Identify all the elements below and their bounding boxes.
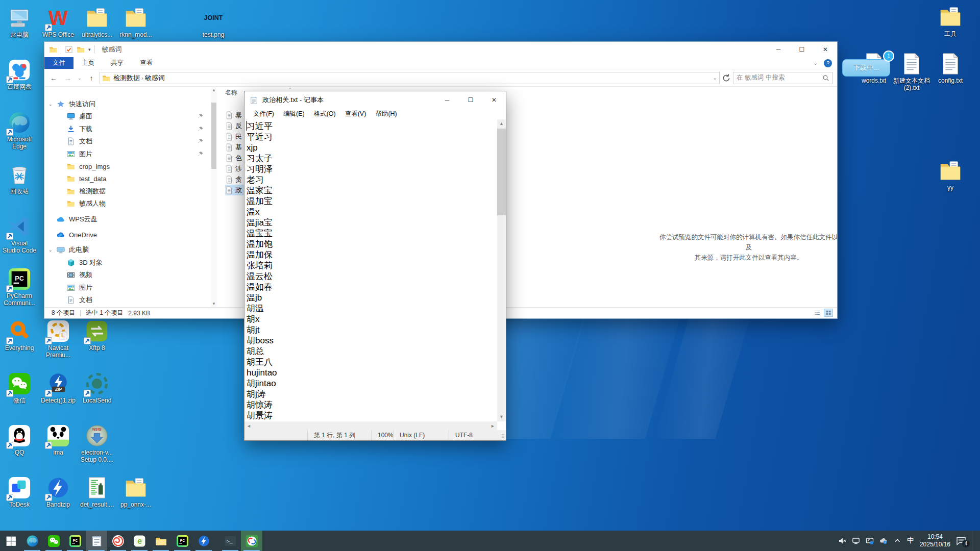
taskbar-pycharm-2-button[interactable]: PC <box>172 531 193 551</box>
search-box[interactable]: 在 敏感词 中搜索 <box>733 72 833 84</box>
tab-查看[interactable]: 查看 <box>132 57 161 69</box>
desktop-icon-pp-onnx[interactable]: pp_onnx-... <box>116 476 155 508</box>
taskbar-knot-app-button[interactable] <box>241 531 262 551</box>
taskbar-image-viewer-button[interactable] <box>107 531 129 551</box>
sidebar-item-桌面[interactable]: 桌面 <box>44 110 211 122</box>
close-button[interactable]: ✕ <box>482 91 506 109</box>
sidebar-item-test_data[interactable]: test_data <box>44 172 211 185</box>
notepad-vertical-scrollbar[interactable]: ▲ ▼ <box>497 119 506 421</box>
sidebar-item-检测数据[interactable]: 检测数据 <box>44 185 211 197</box>
scroll-left-icon[interactable]: ◄ <box>247 423 251 429</box>
close-button[interactable]: ✕ <box>814 42 837 57</box>
desktop-icon-wechat[interactable]: 微信 <box>0 372 39 404</box>
notepad-menubar[interactable]: 文件(F)编辑(E)格式(O)查看(V)帮助(H) <box>244 109 506 119</box>
taskbar-bandizip-button[interactable] <box>193 531 214 551</box>
taskbar[interactable]: PCePC>_ i中 10:54 2025/10/16 4 <box>0 531 980 551</box>
desktop-icon-yy-folder[interactable]: yy <box>931 159 970 191</box>
desktop-icon-detect-zip[interactable]: ZIPDetect()1.zip <box>39 372 78 404</box>
minimize-button[interactable]: ─ <box>767 42 790 57</box>
desktop-icon-tools-folder[interactable]: 工具 <box>931 5 970 37</box>
notepad-titlebar[interactable]: 政治相关.txt - 记事本 ─ ☐ ✕ <box>244 91 506 109</box>
desktop-icon-recycle-bin[interactable]: 回收站 <box>0 163 39 195</box>
quick-access-customize-chevron[interactable]: ▾ <box>88 47 91 52</box>
sidebar-item-图片[interactable]: 图片 <box>44 148 211 160</box>
chevron-down-icon[interactable]: ⌄ <box>48 247 53 253</box>
scrollbar-thumb[interactable] <box>497 129 506 215</box>
help-icon[interactable]: ? <box>824 59 832 67</box>
desktop-icon-new-text-doc[interactable]: 新建文本文档 (2).txt <box>892 52 931 91</box>
sidebar-item-敏感人物[interactable]: 敏感人物 <box>44 197 211 210</box>
chevron-down-icon[interactable]: ⌄ <box>48 102 53 107</box>
desktop-icon-xftp8[interactable]: Xftp 8 <box>78 319 116 352</box>
address-bar[interactable]: ← → ⌄ ↑ 检测数据 › 敏感词 ⌄ 在 敏感词 中搜索 <box>44 69 837 87</box>
recent-locations-chevron-icon[interactable]: ⌄ <box>76 76 83 81</box>
notepad-window[interactable]: 政治相关.txt - 记事本 ─ ☐ ✕ 文件(F)编辑(E)格式(O)查看(V… <box>244 91 506 441</box>
breadcrumb[interactable]: 检测数据 › 敏感词 ⌄ <box>100 72 720 84</box>
scroll-down-icon[interactable]: ▼ <box>497 413 506 421</box>
minimize-button[interactable]: ─ <box>435 91 459 109</box>
tray-expand-icon[interactable] <box>893 537 901 545</box>
thumbnail-view-toggle-icon[interactable] <box>824 309 833 317</box>
desktop-icon-config-txt[interactable]: config.txt <box>931 52 970 84</box>
show-desktop-button[interactable] <box>972 531 975 551</box>
address-dropdown-chevron-icon[interactable]: ⌄ <box>713 75 717 81</box>
desktop-icon-baidu-netdisk[interactable]: 百度网盘 <box>0 58 39 90</box>
taskbar-edge-button[interactable] <box>21 531 43 551</box>
desktop-icon-this-pc[interactable]: 此电脑 <box>0 6 39 38</box>
tray-cast-icon[interactable] <box>866 537 874 545</box>
desktop-icon-bandizip[interactable]: Bandizip <box>39 476 78 508</box>
taskbar-pycharm-button[interactable]: PC <box>64 531 86 551</box>
sidebar-item-3D 对象[interactable]: 3D 对象 <box>44 257 211 269</box>
tab-共享[interactable]: 共享 <box>103 57 132 69</box>
desktop-icon-localsend[interactable]: LocalSend <box>78 372 116 404</box>
desktop-icon-todesk[interactable]: ToDesk <box>0 476 39 508</box>
sidebar-item-文档[interactable]: 文档 <box>44 294 211 306</box>
notepad-text-area[interactable]: 习近平平近习xjp习太子习明泽老习温家宝温加宝温x温jia宝温宝宝温加饱温加保张… <box>244 119 497 421</box>
taskbar-start-button[interactable] <box>0 531 21 551</box>
sidebar-item-WPS云盘[interactable]: WPS云盘 <box>44 213 211 226</box>
maximize-button[interactable]: ☐ <box>790 42 814 57</box>
scrollbar-thumb[interactable] <box>211 103 216 169</box>
desktop-icon-det-result[interactable]: det_result.... <box>78 476 116 508</box>
breadcrumb-item[interactable]: 敏感词 <box>145 74 165 82</box>
menu-帮助(H)[interactable]: 帮助(H) <box>371 110 401 118</box>
taskbar-xftp-button[interactable]: e <box>129 531 150 551</box>
desktop-icon-electron-setup[interactable]: NSISelectron-v... Setup 0.0.... <box>78 424 116 463</box>
desktop-icon-ima[interactable]: ima <box>39 424 78 456</box>
desktop-icon-test-png[interactable]: JOINTtest.png <box>194 6 233 38</box>
tab-主页[interactable]: 主页 <box>74 57 103 69</box>
sidebar-item-下载[interactable]: 下载 <box>44 123 211 135</box>
sidebar-item-图片[interactable]: 图片 <box>44 282 211 294</box>
tray-volume-muted-icon[interactable] <box>838 537 846 545</box>
scroll-right-icon[interactable]: ► <box>491 423 495 429</box>
up-icon[interactable]: ↑ <box>85 74 97 82</box>
desktop-icon-rknn-mod[interactable]: rknn_mod... <box>116 6 155 38</box>
list-view-toggle-icon[interactable] <box>813 309 822 317</box>
sidebar-item-快速访问[interactable]: ⌄快速访问 <box>44 98 211 110</box>
sidebar-item-此电脑[interactable]: ⌄此电脑 <box>44 244 211 256</box>
menu-查看(V)[interactable]: 查看(V) <box>340 110 371 118</box>
ime-indicator[interactable]: 中 <box>907 536 914 545</box>
system-tray[interactable]: i中 10:54 2025/10/16 4 <box>838 531 980 551</box>
search-icon[interactable] <box>822 74 829 82</box>
notepad-horizontal-scrollbar[interactable]: ◄ ► <box>244 421 497 430</box>
download-progress-tooltip[interactable]: 下载中... <box>842 59 890 77</box>
column-header-name[interactable]: 名称 <box>225 88 237 97</box>
desktop-icon-qq[interactable]: QQ <box>0 424 39 456</box>
refresh-icon[interactable] <box>722 73 731 83</box>
taskbar-notepad-button[interactable] <box>86 531 107 551</box>
breadcrumb-item[interactable]: 检测数据 <box>113 74 140 82</box>
ribbon-collapse-chevron-icon[interactable]: ⌄ <box>814 60 818 66</box>
tray-network-icon[interactable] <box>852 537 860 545</box>
ribbon-tabs[interactable]: 文件主页共享查看 ⌄ ? <box>44 57 837 69</box>
sidebar-item-crop_imgs[interactable]: crop_imgs <box>44 160 211 172</box>
maximize-button[interactable]: ☐ <box>459 91 482 109</box>
scroll-up-icon[interactable]: ▲ <box>497 119 506 128</box>
desktop-icon-microsoft-edge[interactable]: Microsoft Edge <box>0 111 39 150</box>
scroll-down-icon[interactable]: ▼ <box>211 301 217 307</box>
menu-编辑(E)[interactable]: 编辑(E) <box>279 110 309 118</box>
forward-icon[interactable]: → <box>62 74 74 82</box>
desktop-icon-navicat[interactable]: LNavicat Premiu... <box>39 319 78 359</box>
desktop-icon-vscode[interactable]: Visual Studio Code <box>0 215 39 254</box>
desktop-icon-everything[interactable]: Everything <box>0 319 39 352</box>
